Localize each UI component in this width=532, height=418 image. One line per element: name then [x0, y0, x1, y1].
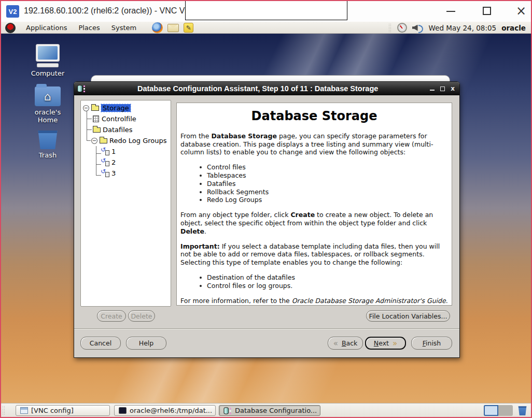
- workspace-1-active[interactable]: [484, 405, 498, 416]
- chevron-right-icon: [393, 339, 397, 348]
- dialog-minimize-icon[interactable]: [430, 90, 435, 91]
- dialog-titlebar[interactable]: Database Configuration Assistant, Step 1…: [74, 82, 459, 95]
- back-button[interactable]: Back: [328, 337, 363, 350]
- vnc-window-title: 192.168.60.100:2 (rhel6:2 (oracle)) - VN…: [24, 1, 204, 21]
- volume-icon[interactable]: [412, 23, 424, 33]
- dbca-icon-dots: [83, 85, 85, 87]
- next-button-label: Next: [374, 339, 389, 347]
- taskbar-item-label: [VNC config]: [31, 407, 74, 414]
- panel-drag-handle[interactable]: [388, 23, 392, 32]
- list-item: Tablespaces: [199, 171, 448, 180]
- folder-icon: [93, 127, 101, 133]
- tree-item-redo-1[interactable]: 1: [81, 146, 171, 157]
- taskbar-trash-icon[interactable]: [518, 405, 527, 415]
- controlfile-icon: [93, 116, 99, 122]
- home-folder-icon: [35, 87, 61, 106]
- database-cylinder-icon: [77, 85, 82, 92]
- maximize-button[interactable]: [483, 7, 491, 15]
- tree-label[interactable]: 1: [111, 148, 116, 155]
- tree-item-redo-3[interactable]: 3: [81, 168, 171, 179]
- finish-button[interactable]: Finish: [411, 337, 452, 350]
- trash-icon: [37, 128, 59, 149]
- chevron-left-icon: [333, 339, 338, 348]
- list-item: Control files or log groups.: [199, 282, 448, 290]
- page-title: Database Storage: [180, 112, 448, 121]
- tree-item-redo-log-groups[interactable]: Redo Log Groups: [81, 135, 171, 146]
- template-change-list: Destination of the datafiles Control fil…: [199, 273, 448, 290]
- close-button[interactable]: [513, 3, 529, 19]
- delete-button[interactable]: Delete: [128, 310, 155, 322]
- house-icon: [44, 90, 51, 103]
- cancel-button[interactable]: Cancel: [80, 337, 121, 350]
- page-icon: [105, 172, 109, 177]
- minimize-button[interactable]: [446, 11, 455, 12]
- help-button[interactable]: Help: [126, 337, 166, 350]
- list-item: Rollback Segments: [199, 188, 448, 196]
- panel-tray: Wed May 24, 08:05 oracle: [388, 22, 528, 34]
- finish-button-label: Finish: [423, 339, 441, 347]
- vnc-toolbar-collapsed[interactable]: [185, 1, 347, 20]
- object-list: Control files Tablespaces Datafiles Roll…: [199, 163, 448, 204]
- dbca-icon-dots: [230, 408, 231, 409]
- tree-label[interactable]: 2: [111, 158, 116, 166]
- menu-applications[interactable]: Applications: [25, 22, 68, 34]
- button-separator: [74, 328, 459, 329]
- workspace-switcher: [484, 405, 513, 416]
- tree-label[interactable]: Controlfile: [102, 115, 136, 123]
- page-icon: [105, 161, 109, 166]
- dialog-title: Database Configuration Assistant, Step 1…: [86, 84, 430, 93]
- taskbar-item-dbca-active[interactable]: Database Configuratio...: [219, 405, 320, 416]
- list-item: Redo Log Groups: [199, 196, 448, 204]
- computer-icon: [36, 44, 60, 62]
- tree-item-controlfile[interactable]: Controlfile: [81, 113, 171, 124]
- computer-screen: [38, 46, 58, 60]
- storage-tree: Storage Controlfile Datafiles Redo Log G…: [80, 100, 171, 307]
- redhat-menu-icon[interactable]: [5, 23, 16, 33]
- tree-item-redo-2[interactable]: 2: [81, 157, 171, 168]
- storage-description-panel: Database Storage From the Database Stora…: [176, 103, 452, 306]
- collapse-toggle-icon[interactable]: [83, 105, 89, 111]
- vnc-logo-icon: V2: [6, 5, 19, 18]
- dbca-app-icon: [223, 407, 231, 414]
- tree-label-selected[interactable]: Storage: [101, 104, 131, 112]
- dialog-window-controls: [430, 85, 455, 92]
- gnome-top-panel: Applications Places System Wed May 24, 0…: [1, 22, 531, 34]
- dbca-app-icon: [77, 84, 86, 93]
- system-monitor-gauge-icon[interactable]: [397, 23, 407, 33]
- panel-clock[interactable]: Wed May 24, 08:05: [429, 24, 497, 32]
- menu-places[interactable]: Places: [77, 22, 101, 34]
- taskbar-item-label: oracle@rhel6:/tmp/dat...: [130, 407, 212, 414]
- mail-icon[interactable]: [167, 24, 179, 32]
- tree-item-storage[interactable]: Storage: [81, 103, 171, 113]
- tree-item-datafiles[interactable]: Datafiles: [81, 124, 171, 135]
- workspace-2[interactable]: [498, 405, 513, 416]
- vnc-titlebar: V2 192.168.60.100:2 (rhel6:2 (oracle)) -…: [1, 1, 531, 22]
- computer-keyboard: [37, 63, 59, 67]
- panel-launchers: [152, 22, 193, 33]
- paragraph-create-delete: From any object type folder, click Creat…: [180, 211, 448, 235]
- dialog-maximize-icon[interactable]: [440, 87, 445, 91]
- firefox-icon[interactable]: [152, 22, 163, 33]
- collapse-toggle-icon[interactable]: [91, 138, 97, 144]
- list-item: Control files: [199, 163, 448, 171]
- text-editor-icon[interactable]: [184, 23, 193, 33]
- desktop-icon-computer[interactable]: Computer: [24, 44, 72, 77]
- menu-system[interactable]: System: [110, 22, 137, 34]
- gnome-bottom-panel: [VNC config] oracle@rhel6:/tmp/dat... Da…: [1, 403, 531, 417]
- desktop-icon-home[interactable]: oracle's Home: [24, 87, 72, 124]
- desktop-icon-label: Trash: [24, 151, 72, 159]
- next-button[interactable]: Next: [365, 337, 406, 350]
- tree-label[interactable]: Redo Log Groups: [109, 137, 167, 145]
- taskbar-item-vnc-config[interactable]: [VNC config]: [16, 405, 110, 416]
- file-location-variables-button[interactable]: File Location Variables...: [366, 310, 450, 322]
- create-button[interactable]: Create: [97, 310, 126, 322]
- terminal-icon: [119, 407, 127, 414]
- taskbar-drag-handle[interactable]: [2, 406, 6, 415]
- page-icon: [105, 150, 109, 155]
- panel-menus: Applications Places System: [5, 22, 193, 34]
- dialog-close-icon[interactable]: [451, 85, 455, 92]
- desktop-icon-trash[interactable]: Trash: [24, 128, 72, 159]
- tree-label[interactable]: 3: [111, 169, 116, 177]
- taskbar-item-terminal[interactable]: oracle@rhel6:/tmp/dat...: [114, 405, 216, 416]
- tree-label[interactable]: Datafiles: [103, 126, 133, 134]
